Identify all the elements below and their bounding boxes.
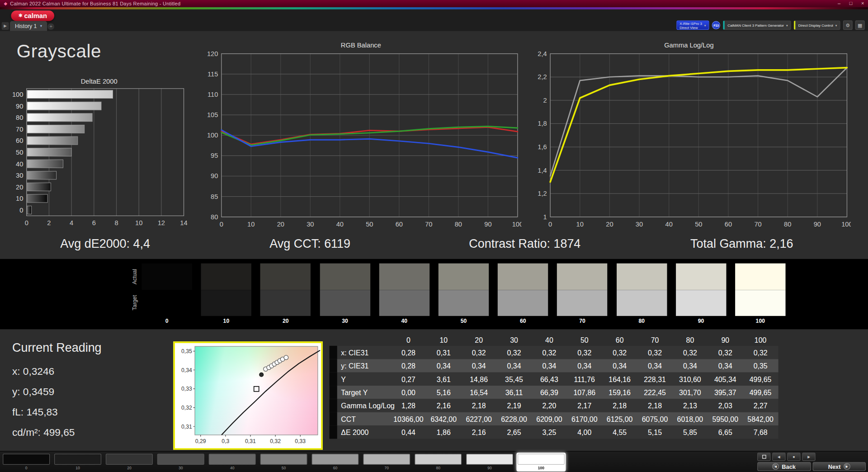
patch-swatch [415,454,462,465]
table-row-label: CCT [337,415,391,423]
y-tick-label: 1,6 [538,143,547,151]
deltae-bar-10 [27,194,47,203]
table-cell: 0,34 [461,362,496,370]
table-cell: 2,16 [426,401,461,410]
rgb-balance-chart: RGB Balance 0102030405060708090100808590… [200,42,521,234]
table-cell: 111,76 [567,375,602,383]
chevron-down-icon: ▾ [835,23,837,27]
swatch-actual [676,264,726,290]
next-button[interactable]: Next ▶ [812,462,866,471]
table-row-marker [330,425,337,439]
settings-gear-button[interactable]: ⚙ [843,20,853,30]
table-cell: 66,43 [532,375,567,383]
table-row: y: CIE310,280,340,340,340,340,340,340,34… [330,359,778,372]
minimize-button[interactable]: – [838,1,840,6]
swatch-tick-label: 70 [557,318,607,324]
pattern-patch-0[interactable]: 0 [2,453,51,472]
patch-label: 20 [127,466,132,470]
calman-logo-text: calman [24,12,47,19]
cie-svg: 0,290,30,310,320,330,310,320,330,340,35 [175,343,321,448]
gamma-chart: Gamma Log/Log 010203040506070809010011,2… [527,42,851,234]
pattern-patch-90[interactable]: 90 [465,453,514,472]
table-column-header: 70 [637,335,673,344]
swatch-target [260,290,311,316]
cie-reading-point [284,355,288,360]
tab-history-1[interactable]: History 1 ▾ [10,21,47,31]
pattern-patch-20[interactable]: 20 [104,453,154,472]
pattern-patch-80[interactable]: 80 [414,453,463,472]
meter-name: X-Rite i1Pro 3 [679,21,702,25]
x-tick-label: 40 [336,221,344,228]
patch-label: 50 [282,466,286,470]
meter-dropdown-label: X-Rite i1Pro 3 Direct View [679,21,702,29]
media-prev-button[interactable]: ◀ [772,453,785,461]
x-tick-label: 10 [576,221,584,228]
deltae-x-tick-label: 10 [135,219,142,227]
pattern-patch-10[interactable]: 10 [53,453,103,472]
deltae-bar-100 [27,90,113,99]
meter-badge[interactable]: F13 [712,21,720,29]
reading-y: y: 0,3459 [12,381,102,401]
add-tab-button[interactable]: + [47,23,54,30]
pattern-patch-60[interactable]: 60 [311,453,360,472]
patch-label: 60 [333,466,338,470]
table-cell: 395,37 [708,388,743,396]
y-tick-label: 85 [211,193,218,200]
meter-dropdown[interactable]: X-Rite i1Pro 3 Direct View ▾ [676,20,709,30]
swatch-20 [260,264,311,316]
deltae-y-tick-label: 50 [16,149,23,156]
pattern-patch-100[interactable]: 100 [516,453,566,472]
table-cell: 6075,00 [637,415,673,423]
swatch-target [498,290,548,316]
current-reading-values: x: 0,3246 y: 0,3459 fL: 145,83 cd/m²: 49… [12,361,102,443]
pattern-window-button[interactable] [757,453,770,461]
next-arrow-icon: ▶ [844,463,850,470]
x-tick-label: 100 [841,221,851,228]
deltae-bar-60 [27,137,78,145]
layout-grid-button[interactable]: ▦ [855,20,865,30]
table-cell: 4,55 [602,428,637,436]
media-stop-button[interactable]: ■ [787,453,800,461]
swatch-actual [260,264,311,290]
swatch-target [439,290,489,316]
display-control-dropdown[interactable]: Direct Display Control ▾ [794,20,840,30]
patch-swatch [518,454,565,465]
patch-swatch [209,454,256,465]
swatch-40 [379,264,429,316]
pattern-generator-dropdown[interactable]: CalMAN Client 3 Pattern Generator ▾ [723,20,791,30]
cie-chart: 0,290,30,310,320,330,310,320,330,340,35 [173,341,323,450]
pattern-patch-70[interactable]: 70 [362,453,411,472]
x-tick-label: 30 [636,221,643,228]
table-cell: 0,32 [637,348,673,356]
pattern-patch-40[interactable]: 40 [208,453,257,472]
deltae-y-tick-label: 100 [12,91,24,98]
table-cell: 310,60 [672,375,708,383]
swatch-tick-label: 80 [617,318,667,324]
swatch-tick-label: 90 [676,318,726,324]
app-window: ◆ Calman 2022 Calman Ultimate for Busine… [0,0,868,472]
table-row: Y0,273,6114,8635,4566,43111,76164,16228,… [330,373,778,386]
calman-logo-button[interactable]: ✱ calman [11,10,54,21]
y-tick-label: 2,2 [538,73,547,80]
table-cell: 3,61 [426,375,461,383]
swatch-tick-label: 20 [260,318,311,324]
back-button[interactable]: ◀ Back [757,462,811,471]
cie-x-tick-label: 0,29 [195,438,206,444]
table-cell: 0,34 [672,362,708,370]
rgb-chart-title: RGB Balance [200,42,521,51]
current-reading-panel: Current Reading x: 0,3246 y: 0,3459 fL: … [12,341,102,443]
x-tick-label: 90 [484,221,491,228]
deltae-y-tick-label: 60 [16,137,23,144]
close-button[interactable]: × [861,1,864,6]
media-next-button[interactable]: ▶ [802,453,815,461]
swatch-actual [320,264,370,290]
deltae-y-tick-label: 20 [16,184,23,191]
history-expand-button[interactable]: ▶ [2,22,9,30]
pattern-patch-50[interactable]: 50 [259,453,308,472]
stat-total-gamma: Total Gamma: 2,16 [642,237,841,251]
table-cell: 499,65 [743,388,778,396]
y-tick-label: 2 [543,97,547,104]
table-cell: 2,03 [708,401,743,410]
maximize-button[interactable]: □ [849,1,853,6]
pattern-patch-30[interactable]: 30 [156,453,205,472]
